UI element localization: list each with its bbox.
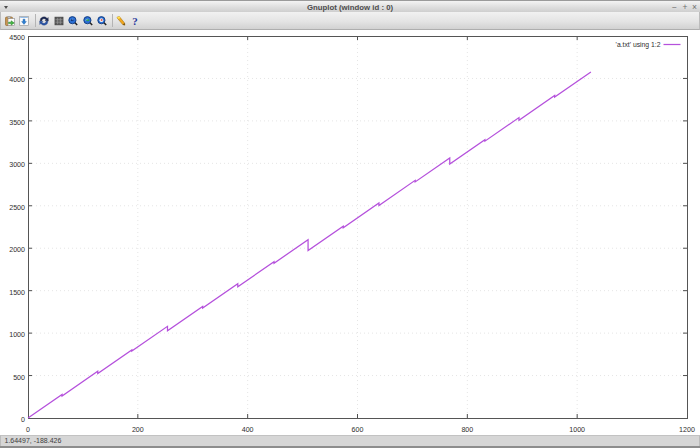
svg-text:3000: 3000 xyxy=(9,161,25,169)
svg-text:4000: 4000 xyxy=(9,76,25,84)
svg-text:1000: 1000 xyxy=(569,426,585,434)
svg-text:'a.txt' using 1:2: 'a.txt' using 1:2 xyxy=(616,41,661,49)
svg-text:0: 0 xyxy=(26,426,30,434)
svg-text:800: 800 xyxy=(461,426,473,434)
svg-text:1000: 1000 xyxy=(9,331,25,339)
svg-text:2000: 2000 xyxy=(9,246,25,254)
svg-text:4500: 4500 xyxy=(9,34,25,42)
svg-text:1500: 1500 xyxy=(9,289,25,297)
svg-text:500: 500 xyxy=(13,374,25,382)
svg-text:1200: 1200 xyxy=(679,426,695,434)
svg-text:?: ? xyxy=(132,16,138,26)
svg-text:2500: 2500 xyxy=(9,204,25,212)
svg-text:400: 400 xyxy=(242,426,254,434)
svg-text:3500: 3500 xyxy=(9,119,25,127)
svg-text:0: 0 xyxy=(21,416,25,424)
svg-text:200: 200 xyxy=(132,426,144,434)
svg-text:600: 600 xyxy=(352,426,364,434)
